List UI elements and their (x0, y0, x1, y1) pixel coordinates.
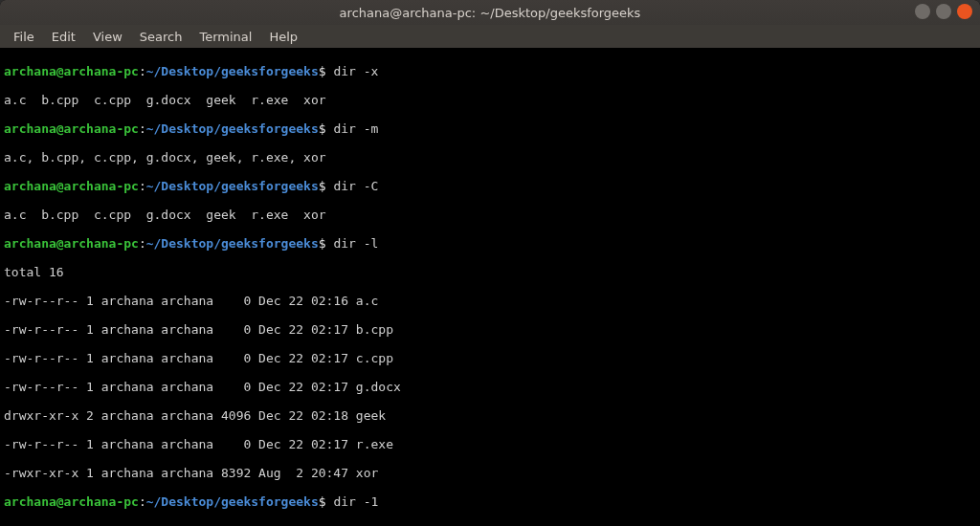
output-1: a.c b.cpp c.cpp g.docx geek r.exe xor (4, 93, 976, 107)
prompt-colon: : (139, 64, 146, 78)
prompt-dollar: $ (319, 179, 326, 193)
menubar: File Edit View Search Terminal Help (0, 25, 980, 48)
prompt-colon: : (139, 494, 146, 509)
titlebar[interactable]: archana@archana-pc: ~/Desktop/geeksforge… (0, 0, 980, 25)
menu-terminal[interactable]: Terminal (191, 28, 259, 46)
menu-search[interactable]: Search (132, 28, 190, 46)
menu-help[interactable]: Help (261, 28, 305, 46)
window-controls (915, 4, 972, 19)
command-4: dir -l (326, 236, 379, 251)
output-4-line: -rw-r--r-- 1 archana archana 0 Dec 22 02… (4, 322, 976, 337)
terminal-window: archana@archana-pc: ~/Desktop/geeksforge… (0, 0, 980, 526)
prompt-dollar: $ (319, 64, 326, 78)
close-icon[interactable] (957, 4, 972, 19)
command-1: dir -x (326, 64, 379, 78)
output-4-line: total 16 (4, 265, 976, 279)
command-2: dir -m (326, 121, 379, 136)
prompt-dollar: $ (319, 236, 326, 251)
output-3: a.c b.cpp c.cpp g.docx geek r.exe xor (4, 208, 976, 222)
prompt-user: archana@archana-pc (4, 64, 139, 78)
prompt-path: ~/Desktop/geeksforgeeks (146, 121, 319, 136)
prompt-colon: : (139, 121, 146, 136)
minimize-icon[interactable] (915, 4, 930, 19)
output-2: a.c, b.cpp, c.cpp, g.docx, geek, r.exe, … (4, 150, 976, 164)
output-4-line: -rw-r--r-- 1 archana archana 0 Dec 22 02… (4, 294, 976, 308)
output-4-line: -rwxr-xr-x 1 archana archana 8392 Aug 2 … (4, 466, 976, 480)
maximize-icon[interactable] (936, 4, 951, 19)
menu-view[interactable]: View (85, 28, 130, 46)
menu-edit[interactable]: Edit (44, 28, 83, 46)
prompt-path: ~/Desktop/geeksforgeeks (146, 494, 319, 509)
prompt-path: ~/Desktop/geeksforgeeks (146, 236, 319, 251)
prompt-colon: : (139, 236, 146, 251)
prompt-user: archana@archana-pc (4, 236, 139, 251)
menu-file[interactable]: File (6, 28, 42, 46)
prompt-colon: : (139, 179, 146, 193)
prompt-user: archana@archana-pc (4, 179, 139, 193)
output-4-line: drwxr-xr-x 2 archana archana 4096 Dec 22… (4, 408, 976, 423)
prompt-path: ~/Desktop/geeksforgeeks (146, 179, 319, 193)
prompt-user: archana@archana-pc (4, 494, 139, 509)
prompt-user: archana@archana-pc (4, 121, 139, 136)
terminal-output[interactable]: archana@archana-pc:~/Desktop/geeksforgee… (0, 48, 980, 526)
window-title: archana@archana-pc: ~/Desktop/geeksforge… (340, 6, 641, 20)
output-4-line: -rw-r--r-- 1 archana archana 0 Dec 22 02… (4, 437, 976, 451)
command-3: dir -C (326, 179, 379, 193)
prompt-dollar: $ (319, 121, 326, 136)
output-4-line: -rw-r--r-- 1 archana archana 0 Dec 22 02… (4, 351, 976, 365)
prompt-path: ~/Desktop/geeksforgeeks (146, 64, 319, 78)
output-4-line: -rw-r--r-- 1 archana archana 0 Dec 22 02… (4, 380, 976, 394)
prompt-dollar: $ (319, 494, 326, 509)
command-5: dir -1 (326, 494, 379, 509)
